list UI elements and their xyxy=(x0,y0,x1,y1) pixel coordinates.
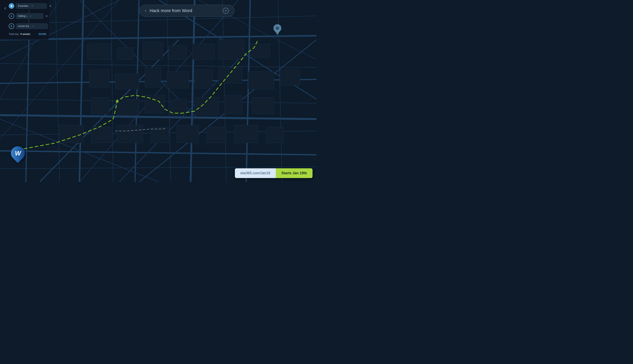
svg-rect-44 xyxy=(248,72,274,89)
svg-rect-56 xyxy=(151,127,169,143)
w-pin-letter: W xyxy=(15,150,21,157)
svg-marker-63 xyxy=(275,30,280,35)
stop-3-name: Archer Editorial Training xyxy=(18,25,32,28)
svg-rect-43 xyxy=(218,68,242,83)
stop-1-input-row: Essentials of Word 365 ≡ ✕ xyxy=(16,3,53,9)
svg-rect-52 xyxy=(252,97,274,114)
stop-2-input[interactable]: Editing in Word 365 ≡ xyxy=(16,13,43,19)
close-icon: ✕ xyxy=(225,9,227,12)
connector-dot xyxy=(29,22,29,23)
pin-icon xyxy=(273,24,282,35)
svg-rect-35 xyxy=(193,44,214,60)
stop-icon-2: A xyxy=(9,13,14,19)
svg-rect-46 xyxy=(91,97,109,114)
stop-icon-3: B xyxy=(9,24,14,29)
stop-letter-a: A xyxy=(11,15,12,17)
stop-icon-1 xyxy=(9,3,14,9)
svg-rect-55 xyxy=(117,125,143,143)
svg-rect-51 xyxy=(224,95,242,114)
stop-2-close-button[interactable]: ✕ xyxy=(45,14,49,18)
url-display[interactable]: eiw365.com/Jan19 xyxy=(235,168,276,178)
dot-icon xyxy=(11,5,12,7)
back-arrow-icon: ‹ xyxy=(4,5,6,11)
svg-rect-60 xyxy=(266,127,284,143)
svg-rect-34 xyxy=(169,46,187,60)
connector-dots-2 xyxy=(11,19,47,24)
svg-rect-47 xyxy=(117,99,139,115)
search-bar: ‹ Hack more from Word ✕ xyxy=(139,5,235,17)
stop-3-input[interactable]: Archer Editorial Training ≡ xyxy=(16,24,48,29)
stop-row-3: B Archer Editorial Training ≡ xyxy=(9,24,47,29)
svg-rect-40 xyxy=(145,68,161,87)
svg-rect-39 xyxy=(115,74,139,89)
drag-handle-icon-2[interactable]: ≡ xyxy=(30,15,41,18)
search-title: Hack more from Word xyxy=(150,8,220,13)
done-button[interactable]: DONE xyxy=(39,32,47,36)
svg-rect-59 xyxy=(234,125,258,143)
svg-rect-42 xyxy=(195,70,212,88)
connector-dot xyxy=(29,11,29,12)
stop-row-2: A Editing in Word 365 ≡ ✕ xyxy=(9,13,47,19)
destination-pin xyxy=(273,24,282,37)
svg-rect-36 xyxy=(218,40,244,60)
stop-2-input-row: Editing in Word 365 ≡ ✕ xyxy=(16,13,49,19)
drag-handle-icon-1[interactable]: ≡ xyxy=(32,4,45,7)
stop-2-name: Editing in Word 365 xyxy=(18,15,29,18)
svg-rect-50 xyxy=(195,97,218,115)
total-trip-label: Total trip: xyxy=(9,32,19,36)
svg-rect-41 xyxy=(167,72,189,88)
stop-3-input-row: Archer Editorial Training ≡ xyxy=(16,24,48,29)
svg-rect-33 xyxy=(143,42,163,60)
svg-rect-57 xyxy=(177,125,199,143)
search-back-icon[interactable]: ‹ xyxy=(145,8,146,13)
start-pin-w: W xyxy=(11,146,25,162)
svg-rect-31 xyxy=(87,44,111,60)
svg-point-64 xyxy=(276,26,279,30)
svg-rect-58 xyxy=(207,127,226,143)
search-close-button[interactable]: ✕ xyxy=(223,8,229,14)
connector-dot xyxy=(29,12,29,13)
svg-rect-49 xyxy=(171,99,187,115)
cta-display[interactable]: Starts Jan 19th xyxy=(276,168,313,178)
connector-dot xyxy=(29,21,29,22)
back-button[interactable]: ‹ xyxy=(2,4,9,12)
connector-dots-1 xyxy=(11,9,47,13)
total-trip-row: Total trip: 5 weeks DONE xyxy=(9,32,47,36)
connector-dot xyxy=(29,10,29,10)
svg-rect-38 xyxy=(89,70,109,87)
svg-rect-45 xyxy=(280,70,300,85)
bottom-bar: eiw365.com/Jan19 Starts Jan 19th xyxy=(235,168,313,178)
svg-rect-32 xyxy=(117,48,133,60)
drag-handle-icon-3[interactable]: ≡ xyxy=(32,25,46,28)
w-pin-shape: W xyxy=(8,144,28,163)
stop-1-input[interactable]: Essentials of Word 365 ≡ xyxy=(16,3,47,9)
stop-1-name: Essentials of Word 365 xyxy=(18,4,31,7)
stop-letter-b: B xyxy=(11,25,12,28)
svg-rect-37 xyxy=(250,44,270,58)
total-trip-value: 5 weeks xyxy=(21,32,30,36)
stop-row-1: Essentials of Word 365 ≡ ✕ xyxy=(9,3,47,9)
stop-1-close-button[interactable]: ✕ xyxy=(48,4,53,8)
connector-dot xyxy=(29,20,29,20)
